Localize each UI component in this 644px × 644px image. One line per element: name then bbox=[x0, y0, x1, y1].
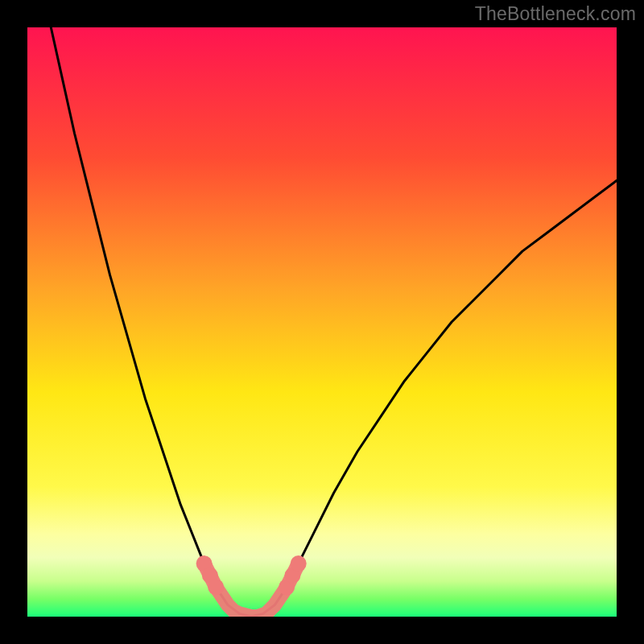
highlight-marker bbox=[291, 555, 307, 572]
chart-svg bbox=[27, 27, 617, 617]
highlight-marker bbox=[208, 579, 224, 595]
chart-frame: TheBottleneck.com bbox=[0, 0, 644, 644]
watermark-text: TheBottleneck.com bbox=[475, 3, 636, 25]
gradient-background bbox=[27, 27, 617, 617]
plot-area bbox=[27, 27, 617, 617]
